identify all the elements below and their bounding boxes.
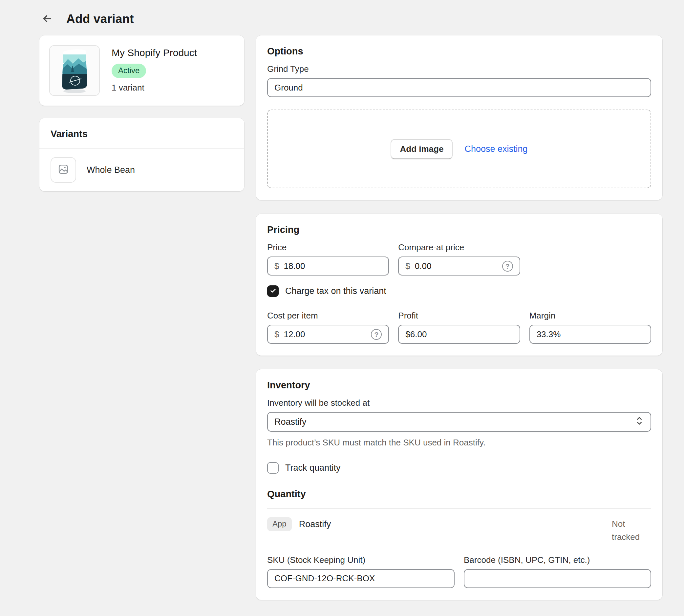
- sku-input[interactable]: [267, 569, 454, 588]
- currency-prefix: $: [274, 329, 279, 339]
- profit-label: Profit: [398, 311, 520, 321]
- barcode-label: Barcode (ISBN, UPC, GTIN, etc.): [464, 555, 651, 565]
- cost-label: Cost per item: [267, 311, 389, 321]
- location-select-value: Roastify: [274, 417, 635, 427]
- margin-field-group: Margin 33.3%: [529, 311, 651, 344]
- quantity-app-info: App Roastify: [267, 517, 331, 531]
- checkmark-icon: [270, 287, 277, 295]
- compare-at-label: Compare-at price: [398, 242, 520, 252]
- track-quantity-row[interactable]: Track quantity: [267, 462, 651, 474]
- right-column: Options Grind Type Add image Choose exis…: [256, 36, 662, 600]
- chevron-updown-icon: [635, 415, 644, 429]
- coffee-bag-image: [58, 45, 91, 96]
- cost-value: 12.00: [283, 329, 366, 339]
- inventory-heading: Inventory: [267, 380, 651, 391]
- variant-count: 1 variant: [112, 83, 197, 93]
- page-title: Add variant: [66, 12, 134, 26]
- options-heading: Options: [267, 46, 651, 57]
- margin-field[interactable]: 33.3%: [529, 325, 651, 344]
- barcode-field-group: Barcode (ISBN, UPC, GTIN, etc.): [464, 555, 651, 588]
- price-value: 18.00: [283, 261, 382, 271]
- pricing-row-2: Cost per item $ 12.00 ? Profit $6.00 Mar…: [267, 311, 651, 344]
- variant-row[interactable]: Whole Bean: [39, 149, 244, 191]
- tracked-status: Not tracked: [612, 517, 651, 544]
- track-quantity-checkbox[interactable]: [267, 462, 279, 474]
- currency-prefix: $: [274, 261, 279, 271]
- page-header: Add variant: [0, 0, 684, 36]
- cost-field-group: Cost per item $ 12.00 ?: [267, 311, 389, 344]
- track-quantity-label: Track quantity: [285, 463, 341, 473]
- back-button[interactable]: [40, 12, 55, 26]
- product-info: My Shopify Product Active 1 variant: [112, 45, 197, 93]
- options-card: Options Grind Type Add image Choose exis…: [256, 36, 662, 200]
- app-name: Roastify: [299, 519, 331, 529]
- margin-value: 33.3%: [537, 329, 644, 339]
- charge-tax-row[interactable]: Charge tax on this variant: [267, 285, 651, 297]
- profit-field[interactable]: $6.00: [398, 325, 520, 344]
- left-column: My Shopify Product Active 1 variant Vari…: [39, 36, 244, 191]
- app-badge: App: [267, 517, 292, 531]
- image-dropzone[interactable]: Add image Choose existing: [267, 110, 651, 188]
- help-icon[interactable]: ?: [371, 329, 382, 340]
- pricing-row-1: Price $ 18.00 Compare-at price $ 0.00 ?: [267, 242, 651, 276]
- variants-heading: Variants: [39, 118, 244, 148]
- compare-at-value: 0.00: [415, 261, 497, 271]
- arrow-left-icon: [41, 13, 53, 26]
- quantity-app-row: App Roastify Not tracked: [267, 509, 651, 555]
- status-badge: Active: [112, 64, 146, 78]
- option-value-input[interactable]: [267, 78, 651, 97]
- currency-prefix: $: [405, 261, 410, 271]
- product-title: My Shopify Product: [112, 47, 197, 59]
- choose-existing-link[interactable]: Choose existing: [465, 144, 528, 154]
- add-image-button[interactable]: Add image: [390, 139, 453, 159]
- spacer-cell: [529, 242, 651, 276]
- option-name-label: Grind Type: [267, 64, 651, 74]
- barcode-input[interactable]: [464, 569, 651, 588]
- compare-at-field-group: Compare-at price $ 0.00 ?: [398, 242, 520, 276]
- price-label: Price: [267, 242, 389, 252]
- charge-tax-checkbox[interactable]: [267, 285, 279, 297]
- help-icon[interactable]: ?: [502, 261, 513, 271]
- price-field-group: Price $ 18.00: [267, 242, 389, 276]
- compare-at-input[interactable]: $ 0.00 ?: [398, 257, 520, 276]
- profit-field-group: Profit $6.00: [398, 311, 520, 344]
- inventory-card: Inventory Inventory will be stocked at R…: [256, 369, 662, 600]
- charge-tax-label: Charge tax on this variant: [285, 286, 386, 296]
- pricing-card: Pricing Price $ 18.00 Compare-at price $…: [256, 214, 662, 356]
- margin-label: Margin: [529, 311, 651, 321]
- location-select[interactable]: Roastify: [267, 412, 651, 432]
- main-content: My Shopify Product Active 1 variant Vari…: [39, 36, 662, 600]
- product-summary-card: My Shopify Product Active 1 variant: [39, 36, 244, 106]
- sku-field-group: SKU (Stock Keeping Unit): [267, 555, 454, 588]
- pricing-heading: Pricing: [267, 224, 651, 235]
- variant-label: Whole Bean: [87, 165, 135, 175]
- image-placeholder-icon: [58, 163, 69, 176]
- variants-card: Variants Whole Bean: [39, 118, 244, 191]
- stocked-at-label: Inventory will be stocked at: [267, 398, 651, 408]
- sku-helper-text: This product’s SKU must match the SKU us…: [267, 438, 651, 448]
- product-thumbnail: [49, 45, 100, 96]
- profit-value: $6.00: [405, 329, 513, 339]
- quantity-heading: Quantity: [267, 489, 651, 500]
- cost-input[interactable]: $ 12.00 ?: [267, 325, 389, 344]
- sku-barcode-row: SKU (Stock Keeping Unit) Barcode (ISBN, …: [267, 555, 651, 588]
- price-input[interactable]: $ 18.00: [267, 257, 389, 276]
- sku-label: SKU (Stock Keeping Unit): [267, 555, 454, 565]
- variant-image-placeholder[interactable]: [50, 157, 76, 183]
